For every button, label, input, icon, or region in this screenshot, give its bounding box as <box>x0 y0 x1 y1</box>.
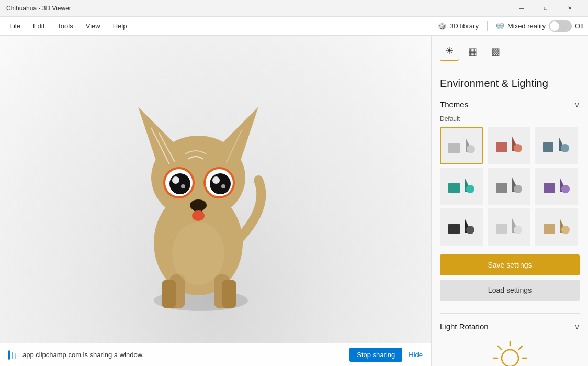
svg-point-16 <box>210 173 231 194</box>
svg-point-17 <box>172 176 179 184</box>
theme-item-7[interactable] <box>440 208 483 246</box>
sharing-icon <box>8 350 16 360</box>
light-rotation-label: Light Rotation <box>440 322 489 331</box>
light-rotation-section: Light Rotation ∨ <box>440 313 580 366</box>
library-label: 3D library <box>449 22 479 30</box>
svg-rect-34 <box>543 142 553 152</box>
menu-view[interactable]: View <box>81 20 106 32</box>
svg-rect-40 <box>496 183 507 193</box>
svg-point-45 <box>561 185 570 193</box>
svg-rect-28 <box>448 143 460 153</box>
svg-point-36 <box>561 144 569 152</box>
menu-help[interactable]: Help <box>108 20 132 32</box>
svg-point-54 <box>561 226 570 234</box>
themes-chevron[interactable]: ∨ <box>574 101 580 109</box>
svg-point-22 <box>192 210 205 221</box>
stop-sharing-button[interactable]: Stop sharing <box>349 348 402 362</box>
theme-item-8[interactable] <box>488 208 530 246</box>
svg-point-27 <box>172 222 224 285</box>
notification-bar: app.clipchamp.com is sharing a window. S… <box>0 343 431 366</box>
main-layout: app.clipchamp.com is sharing a window. S… <box>0 36 588 366</box>
viewport[interactable]: app.clipchamp.com is sharing a window. S… <box>0 36 431 366</box>
theme-grid <box>440 127 580 246</box>
menu-file[interactable]: File <box>4 20 26 32</box>
svg-rect-25 <box>162 280 176 308</box>
theme-item-4[interactable] <box>440 168 483 205</box>
svg-rect-26 <box>222 280 236 308</box>
svg-point-42 <box>514 185 522 193</box>
svg-rect-52 <box>544 224 555 234</box>
title-bar: Chihuahua - 3D Viewer — □ ✕ <box>0 0 588 17</box>
menu-divider <box>487 21 488 31</box>
svg-point-20 <box>221 184 225 188</box>
right-panel: ☀ ▦ ▩ Environment & Lighting Themes ∨ De… <box>431 36 588 366</box>
svg-line-62 <box>519 346 522 349</box>
theme-item-3[interactable] <box>535 127 578 164</box>
mixed-reality-icon: 🥽 <box>496 22 504 30</box>
mixed-reality-label: Mixed reality <box>507 22 546 30</box>
themes-header: Themes ∨ <box>440 100 580 109</box>
sun-icon-container <box>440 337 580 366</box>
notification-text: app.clipchamp.com is sharing a window. <box>22 351 343 359</box>
svg-rect-31 <box>496 142 507 152</box>
svg-point-18 <box>212 176 220 184</box>
themes-label: Themes <box>440 100 468 109</box>
library-button[interactable]: 🎲 3D library <box>438 22 479 30</box>
theme-item-1[interactable] <box>440 127 483 164</box>
maximize-button[interactable]: □ <box>534 0 558 17</box>
svg-rect-49 <box>496 224 507 234</box>
tab-grid2[interactable]: ▩ <box>486 42 505 61</box>
panel-content: Environment & Lighting Themes ∨ Default <box>432 69 588 366</box>
theme-item-2[interactable] <box>488 127 530 164</box>
menu-edit[interactable]: Edit <box>28 20 50 32</box>
svg-point-30 <box>467 145 475 153</box>
menu-right: 🎲 3D library 🥽 Mixed reality Off <box>438 20 584 32</box>
theme-item-5[interactable] <box>488 168 530 205</box>
mixed-reality-toggle[interactable] <box>549 20 572 32</box>
tab-grid1[interactable]: ▦ <box>463 42 482 61</box>
tab-lighting[interactable]: ☀ <box>440 42 459 61</box>
menu-tools[interactable]: Tools <box>52 20 78 32</box>
minimize-button[interactable]: — <box>510 0 534 17</box>
window-controls: — □ ✕ <box>510 0 582 17</box>
svg-rect-43 <box>544 183 555 193</box>
hide-link[interactable]: Hide <box>409 351 423 359</box>
theme-item-9[interactable] <box>535 208 578 246</box>
svg-point-55 <box>502 350 518 366</box>
mixed-reality-button[interactable]: 🥽 Mixed reality Off <box>496 20 584 32</box>
library-icon: 🎲 <box>438 22 446 30</box>
toggle-state-label: Off <box>575 22 584 30</box>
model-container <box>96 75 295 327</box>
theme-item-6[interactable] <box>535 168 578 205</box>
svg-point-48 <box>466 226 474 234</box>
menu-bar: File Edit Tools View Help 🎲 3D library 🥽… <box>0 17 588 36</box>
dog-model <box>96 75 295 327</box>
light-rotation-chevron[interactable]: ∨ <box>574 323 580 331</box>
panel-title: Environment & Lighting <box>440 77 580 90</box>
svg-point-15 <box>169 173 190 194</box>
close-button[interactable]: ✕ <box>558 0 582 17</box>
load-settings-button[interactable]: Load settings <box>440 280 580 301</box>
save-settings-button[interactable]: Save settings <box>440 254 580 275</box>
window-title: Chihuahua - 3D Viewer <box>6 5 510 12</box>
sun-icon <box>489 337 531 366</box>
svg-line-60 <box>498 346 501 349</box>
svg-point-39 <box>466 185 474 193</box>
light-rotation-header: Light Rotation ∨ <box>440 322 580 331</box>
svg-point-19 <box>181 184 185 188</box>
themes-sublabel: Default <box>440 115 580 123</box>
svg-point-21 <box>190 199 207 211</box>
svg-rect-46 <box>448 224 460 234</box>
svg-rect-37 <box>448 183 460 193</box>
svg-point-51 <box>514 226 522 234</box>
toggle-knob <box>550 21 559 31</box>
svg-point-33 <box>514 144 522 152</box>
panel-tabs: ☀ ▦ ▩ <box>432 36 588 61</box>
